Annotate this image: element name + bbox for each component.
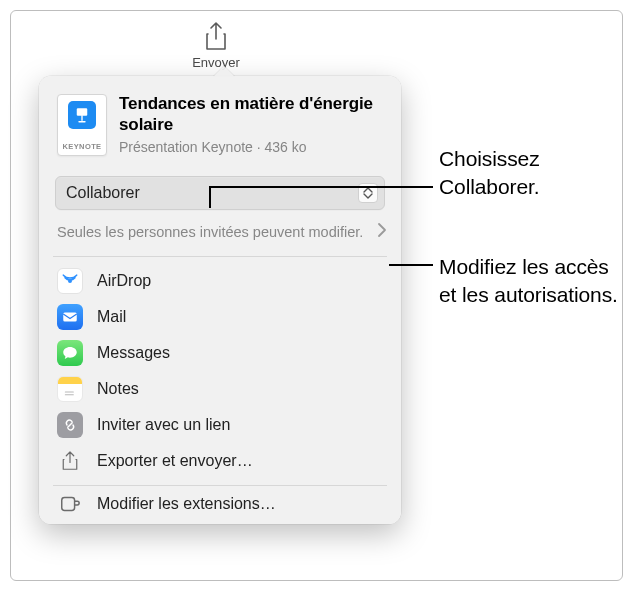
svg-rect-2 — [63, 313, 77, 322]
share-row-airdrop[interactable]: AirDrop — [39, 263, 401, 299]
permissions-row[interactable]: Seules les personnes invitées peuvent mo… — [39, 216, 401, 254]
file-type-badge: KEYNOTE — [62, 142, 101, 151]
edit-extensions-label: Modifier les extensions… — [97, 495, 276, 513]
popover-header: KEYNOTE Tendances en matière d'énergie s… — [39, 76, 401, 168]
share-row-invite-link[interactable]: Inviter avec un lien — [39, 407, 401, 443]
messages-icon — [57, 340, 83, 366]
separator — [53, 485, 387, 486]
chevron-right-icon — [377, 222, 387, 242]
app-frame: Envoyer KEYNOTE Tendances en matière d'é… — [10, 10, 623, 581]
airdrop-icon — [57, 268, 83, 294]
share-row-notes[interactable]: Notes — [39, 371, 401, 407]
callout-line — [209, 186, 433, 188]
share-popover: KEYNOTE Tendances en matière d'énergie s… — [39, 76, 401, 524]
callout-collaborate: Choisissez Collaborer. — [439, 145, 619, 202]
keynote-app-icon — [68, 101, 96, 129]
share-row-label: AirDrop — [97, 272, 151, 290]
collaborate-select[interactable]: Collaborer — [55, 176, 385, 210]
link-icon — [57, 412, 83, 438]
svg-rect-0 — [77, 108, 88, 116]
extensions-icon — [57, 491, 83, 517]
svg-rect-3 — [62, 498, 75, 511]
share-row-messages[interactable]: Messages — [39, 335, 401, 371]
mail-icon — [57, 304, 83, 330]
file-subtitle: Présentation Keynote · 436 ko — [119, 139, 383, 155]
share-target-list: AirDrop Mail Messages Notes — [39, 259, 401, 483]
share-row-label: Messages — [97, 344, 170, 362]
share-row-label: Inviter avec un lien — [97, 416, 230, 434]
toolbar-share-button[interactable]: Envoyer — [186, 21, 246, 70]
permissions-summary: Seules les personnes invitées peuvent mo… — [57, 223, 369, 242]
callout-permissions: Modifiez les accès et les autorisations. — [439, 253, 629, 310]
callout-line — [389, 264, 433, 266]
edit-extensions-row[interactable]: Modifier les extensions… — [39, 488, 401, 524]
separator — [53, 256, 387, 257]
file-icon: KEYNOTE — [57, 94, 107, 156]
share-row-mail[interactable]: Mail — [39, 299, 401, 335]
share-icon — [203, 39, 229, 56]
share-row-label: Mail — [97, 308, 126, 326]
share-row-export[interactable]: Exporter et envoyer… — [39, 443, 401, 479]
file-title: Tendances en matière d'énergie solaire — [119, 94, 383, 135]
share-row-label: Notes — [97, 380, 139, 398]
export-icon — [57, 448, 83, 474]
share-row-label: Exporter et envoyer… — [97, 452, 253, 470]
notes-icon — [57, 376, 83, 402]
